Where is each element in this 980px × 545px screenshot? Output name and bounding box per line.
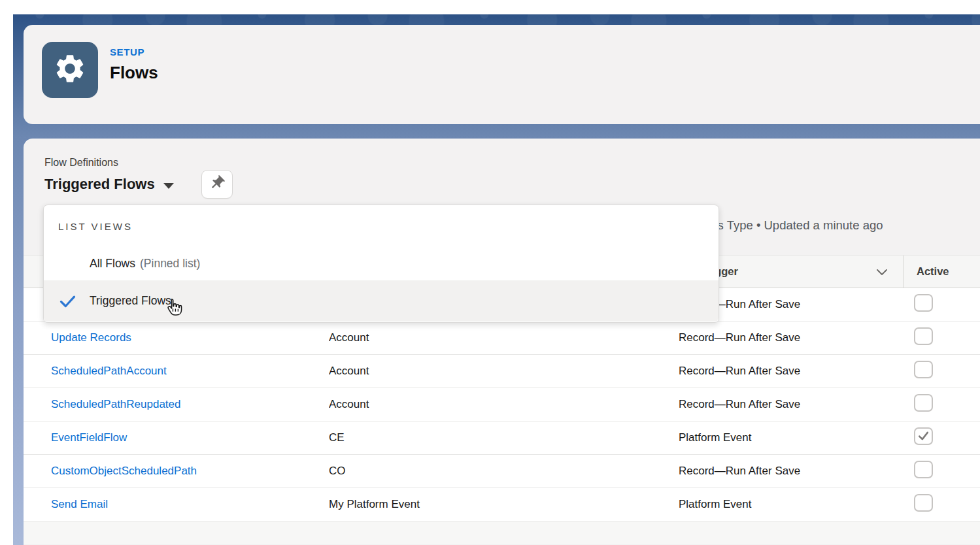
list-view-selector[interactable]: Triggered Flows — [44, 176, 174, 193]
cursor-pointer-icon — [163, 295, 186, 322]
list-view-card: Flow Definitions Triggered Flows Process… — [24, 139, 980, 545]
table-row: ScheduledPathReupdatedAccountRecord—Run … — [24, 388, 980, 421]
flow-label-link[interactable]: Update Records — [51, 331, 131, 344]
pin-icon — [209, 174, 226, 194]
flow-label-link[interactable]: ScheduledPathAccount — [51, 365, 167, 377]
trigger-cell: Record—Run After Save — [679, 331, 904, 344]
column-header-active[interactable]: Active — [904, 265, 980, 278]
list-view-option-suffix: (Pinned list) — [140, 257, 200, 271]
trigger-cell: Record—Run After Save — [679, 398, 904, 411]
list-views-section-label: LIST VIEWS — [44, 205, 718, 247]
table-row: Update RecordsAccountRecord—Run After Sa… — [24, 322, 980, 355]
list-views-dropdown: LIST VIEWS All Flows(Pinned list)Trigger… — [43, 205, 719, 323]
flow-label-cell: ScheduledPathReupdated — [24, 398, 329, 411]
chevron-down-icon — [163, 176, 174, 193]
flow-label-link[interactable]: ScheduledPathReupdated — [51, 398, 181, 410]
trigger-cell: Record—Run After Save — [679, 465, 904, 478]
object-cell: Account — [329, 331, 679, 344]
table-footer-area — [24, 521, 980, 544]
active-cell — [904, 394, 980, 415]
gear-icon — [53, 52, 87, 88]
list-view-option[interactable]: Triggered Flows — [44, 280, 718, 322]
object-cell: Account — [329, 398, 679, 411]
active-checkbox[interactable] — [914, 327, 933, 345]
object-cell: CE — [329, 431, 679, 444]
active-cell — [904, 427, 980, 448]
flow-label-cell: Send Email — [24, 498, 329, 511]
setup-gear-tile — [42, 42, 98, 98]
object-cell: Account — [329, 365, 679, 378]
flow-label-cell: Update Records — [24, 331, 329, 344]
list-view-name: Triggered Flows — [44, 176, 155, 193]
active-checkbox[interactable] — [914, 427, 933, 445]
list-view-option-label: Triggered Flows — [90, 294, 171, 308]
check-icon — [59, 295, 90, 308]
active-checkbox[interactable] — [914, 494, 933, 512]
table-row: ScheduledPathAccountAccountRecord—Run Af… — [24, 355, 980, 388]
trigger-cell: Platform Event — [679, 431, 904, 444]
trigger-cell: Record—Run After Save — [679, 365, 904, 378]
setup-context-label: SETUP — [110, 46, 158, 58]
trigger-cell: Platform Event — [679, 498, 904, 511]
sort-chevron-icon — [876, 267, 888, 280]
list-view-option[interactable]: All Flows(Pinned list) — [44, 247, 718, 280]
flow-label-cell: EventFieldFlow — [24, 431, 329, 444]
table-row: Send EmailMy Platform EventPlatform Even… — [24, 488, 980, 521]
active-cell — [904, 361, 980, 382]
active-cell — [904, 294, 980, 315]
flow-label-link[interactable]: EventFieldFlow — [51, 431, 127, 444]
active-checkbox[interactable] — [914, 294, 933, 312]
active-cell — [904, 494, 980, 515]
active-checkbox[interactable] — [914, 394, 933, 412]
flow-label-link[interactable]: Send Email — [51, 498, 108, 510]
flow-label-cell: ScheduledPathAccount — [24, 365, 329, 378]
active-cell — [904, 327, 980, 348]
page-title: Flows — [110, 63, 158, 83]
object-cell: CO — [329, 465, 679, 478]
list-views-menu: All Flows(Pinned list)Triggered Flows — [44, 247, 718, 322]
pin-button[interactable] — [201, 170, 233, 199]
active-checkbox[interactable] — [914, 461, 933, 478]
list-view-option-label: All Flows — [90, 257, 135, 271]
active-cell — [904, 461, 980, 482]
flow-label-link[interactable]: CustomObjectScheduledPath — [51, 465, 197, 477]
entity-label: Flow Definitions — [44, 157, 118, 169]
active-checkbox[interactable] — [914, 361, 933, 378]
flow-label-cell: CustomObjectScheduledPath — [24, 465, 329, 478]
table-row: CustomObjectScheduledPathCORecord—Run Af… — [24, 455, 980, 488]
table-row: EventFieldFlowCEPlatform Event — [24, 421, 980, 455]
setup-header-card: SETUP Flows — [24, 25, 980, 124]
table-body: Record—Run After SaveUpdate RecordsAccou… — [24, 288, 980, 521]
object-cell: My Platform Event — [329, 498, 679, 511]
